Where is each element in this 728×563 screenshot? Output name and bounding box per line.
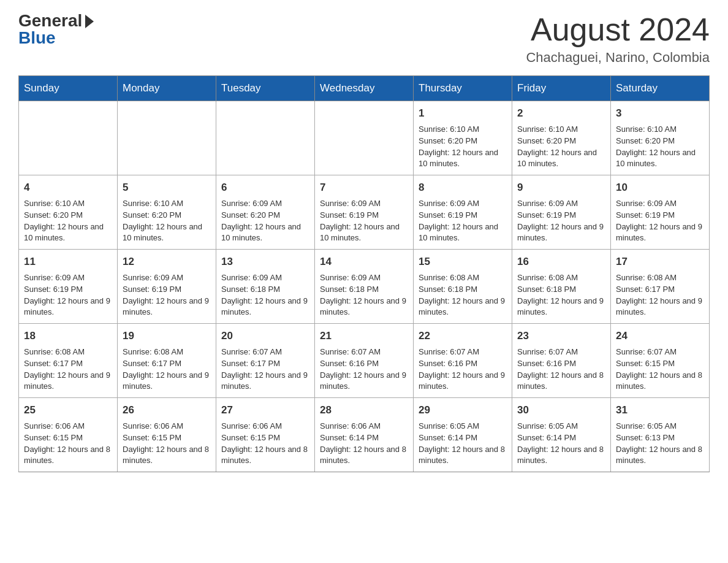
calendar-cell: 31Sunrise: 6:05 AM Sunset: 6:13 PM Dayli… <box>611 398 710 472</box>
day-number: 21 <box>320 329 408 344</box>
day-number: 3 <box>616 106 704 121</box>
logo: General Blue <box>18 12 94 47</box>
day-number: 17 <box>616 255 704 270</box>
day-info: Sunrise: 6:06 AM Sunset: 6:14 PM Dayligh… <box>320 421 408 467</box>
day-of-week-header: Tuesday <box>216 76 315 101</box>
day-number: 15 <box>419 255 507 270</box>
day-info: Sunrise: 6:09 AM Sunset: 6:18 PM Dayligh… <box>221 272 309 318</box>
day-info: Sunrise: 6:10 AM Sunset: 6:20 PM Dayligh… <box>24 198 112 244</box>
day-number: 1 <box>419 106 507 121</box>
calendar-week-row: 11Sunrise: 6:09 AM Sunset: 6:19 PM Dayli… <box>19 250 710 324</box>
day-info: Sunrise: 6:08 AM Sunset: 6:18 PM Dayligh… <box>419 272 507 318</box>
day-number: 29 <box>419 403 507 418</box>
day-info: Sunrise: 6:10 AM Sunset: 6:20 PM Dayligh… <box>123 198 211 244</box>
calendar-cell: 4Sunrise: 6:10 AM Sunset: 6:20 PM Daylig… <box>19 175 118 250</box>
day-info: Sunrise: 6:10 AM Sunset: 6:20 PM Dayligh… <box>616 124 704 170</box>
day-number: 30 <box>517 403 605 418</box>
calendar-cell: 27Sunrise: 6:06 AM Sunset: 6:15 PM Dayli… <box>216 398 315 472</box>
day-number: 24 <box>616 329 704 344</box>
day-of-week-header: Sunday <box>19 76 118 101</box>
day-number: 6 <box>221 180 309 196</box>
day-info: Sunrise: 6:07 AM Sunset: 6:17 PM Dayligh… <box>221 347 309 393</box>
day-info: Sunrise: 6:10 AM Sunset: 6:20 PM Dayligh… <box>419 124 507 170</box>
day-info: Sunrise: 6:09 AM Sunset: 6:19 PM Dayligh… <box>24 272 112 318</box>
day-info: Sunrise: 6:06 AM Sunset: 6:15 PM Dayligh… <box>221 421 309 467</box>
calendar-cell: 22Sunrise: 6:07 AM Sunset: 6:16 PM Dayli… <box>414 324 512 398</box>
day-info: Sunrise: 6:09 AM Sunset: 6:19 PM Dayligh… <box>616 198 704 244</box>
day-number: 27 <box>221 403 309 418</box>
calendar-cell: 29Sunrise: 6:05 AM Sunset: 6:14 PM Dayli… <box>414 398 512 472</box>
calendar-cell: 23Sunrise: 6:07 AM Sunset: 6:16 PM Dayli… <box>512 324 611 398</box>
day-info: Sunrise: 6:07 AM Sunset: 6:16 PM Dayligh… <box>517 347 605 393</box>
calendar-week-row: 18Sunrise: 6:08 AM Sunset: 6:17 PM Dayli… <box>19 324 710 398</box>
calendar-cell: 6Sunrise: 6:09 AM Sunset: 6:20 PM Daylig… <box>216 175 315 250</box>
calendar-cell: 30Sunrise: 6:05 AM Sunset: 6:14 PM Dayli… <box>512 398 611 472</box>
day-info: Sunrise: 6:09 AM Sunset: 6:19 PM Dayligh… <box>517 198 605 244</box>
logo-blue-text: Blue <box>18 29 56 47</box>
calendar-cell <box>315 101 414 175</box>
day-info: Sunrise: 6:09 AM Sunset: 6:19 PM Dayligh… <box>419 198 507 244</box>
calendar-cell: 24Sunrise: 6:07 AM Sunset: 6:15 PM Dayli… <box>611 324 710 398</box>
calendar-cell: 28Sunrise: 6:06 AM Sunset: 6:14 PM Dayli… <box>315 398 414 472</box>
day-number: 31 <box>616 403 704 418</box>
calendar-cell: 11Sunrise: 6:09 AM Sunset: 6:19 PM Dayli… <box>19 250 118 324</box>
calendar-cell: 20Sunrise: 6:07 AM Sunset: 6:17 PM Dayli… <box>216 324 315 398</box>
day-number: 20 <box>221 329 309 344</box>
calendar-week-row: 25Sunrise: 6:06 AM Sunset: 6:15 PM Dayli… <box>19 398 710 472</box>
day-info: Sunrise: 6:06 AM Sunset: 6:15 PM Dayligh… <box>123 421 211 467</box>
day-number: 2 <box>517 106 605 121</box>
calendar-cell: 10Sunrise: 6:09 AM Sunset: 6:19 PM Dayli… <box>611 175 710 250</box>
day-info: Sunrise: 6:07 AM Sunset: 6:16 PM Dayligh… <box>320 347 408 393</box>
day-number: 26 <box>123 403 211 418</box>
day-number: 8 <box>419 180 507 196</box>
day-number: 11 <box>24 255 112 270</box>
calendar-cell: 8Sunrise: 6:09 AM Sunset: 6:19 PM Daylig… <box>414 175 512 250</box>
calendar-cell: 25Sunrise: 6:06 AM Sunset: 6:15 PM Dayli… <box>19 398 118 472</box>
calendar-cell: 19Sunrise: 6:08 AM Sunset: 6:17 PM Dayli… <box>118 324 216 398</box>
calendar-cell: 18Sunrise: 6:08 AM Sunset: 6:17 PM Dayli… <box>19 324 118 398</box>
day-of-week-header: Thursday <box>414 76 512 101</box>
day-number: 14 <box>320 255 408 270</box>
calendar-cell: 5Sunrise: 6:10 AM Sunset: 6:20 PM Daylig… <box>118 175 216 250</box>
calendar-cell: 13Sunrise: 6:09 AM Sunset: 6:18 PM Dayli… <box>216 250 315 324</box>
day-info: Sunrise: 6:09 AM Sunset: 6:18 PM Dayligh… <box>320 272 408 318</box>
day-number: 16 <box>517 255 605 270</box>
day-number: 23 <box>517 329 605 344</box>
calendar-table: SundayMondayTuesdayWednesdayThursdayFrid… <box>18 75 710 472</box>
day-number: 7 <box>320 180 408 196</box>
day-info: Sunrise: 6:06 AM Sunset: 6:15 PM Dayligh… <box>24 421 112 467</box>
day-info: Sunrise: 6:08 AM Sunset: 6:18 PM Dayligh… <box>517 272 605 318</box>
calendar-cell: 15Sunrise: 6:08 AM Sunset: 6:18 PM Dayli… <box>414 250 512 324</box>
calendar-cell: 26Sunrise: 6:06 AM Sunset: 6:15 PM Dayli… <box>118 398 216 472</box>
day-number: 9 <box>517 180 605 196</box>
day-number: 12 <box>123 255 211 270</box>
calendar-cell: 2Sunrise: 6:10 AM Sunset: 6:20 PM Daylig… <box>512 101 611 175</box>
day-of-week-header: Wednesday <box>315 76 414 101</box>
day-number: 28 <box>320 403 408 418</box>
day-info: Sunrise: 6:09 AM Sunset: 6:19 PM Dayligh… <box>123 272 211 318</box>
calendar-cell: 16Sunrise: 6:08 AM Sunset: 6:18 PM Dayli… <box>512 250 611 324</box>
month-title: August 2024 <box>526 12 710 47</box>
title-area: August 2024 Chachaguei, Narino, Colombia <box>526 12 710 66</box>
day-number: 5 <box>123 180 211 196</box>
day-number: 19 <box>123 329 211 344</box>
day-info: Sunrise: 6:07 AM Sunset: 6:16 PM Dayligh… <box>419 347 507 393</box>
day-info: Sunrise: 6:05 AM Sunset: 6:14 PM Dayligh… <box>517 421 605 467</box>
calendar-cell: 9Sunrise: 6:09 AM Sunset: 6:19 PM Daylig… <box>512 175 611 250</box>
day-info: Sunrise: 6:08 AM Sunset: 6:17 PM Dayligh… <box>24 347 112 393</box>
calendar-cell <box>19 101 118 175</box>
day-number: 4 <box>24 180 112 196</box>
calendar-cell: 21Sunrise: 6:07 AM Sunset: 6:16 PM Dayli… <box>315 324 414 398</box>
day-number: 10 <box>616 180 704 196</box>
logo-general-text: General <box>18 12 82 29</box>
day-info: Sunrise: 6:08 AM Sunset: 6:17 PM Dayligh… <box>616 272 704 318</box>
calendar-cell: 3Sunrise: 6:10 AM Sunset: 6:20 PM Daylig… <box>611 101 710 175</box>
day-info: Sunrise: 6:05 AM Sunset: 6:13 PM Dayligh… <box>616 421 704 467</box>
calendar-header-row: SundayMondayTuesdayWednesdayThursdayFrid… <box>19 76 710 101</box>
day-info: Sunrise: 6:10 AM Sunset: 6:20 PM Dayligh… <box>517 124 605 170</box>
day-number: 22 <box>419 329 507 344</box>
day-of-week-header: Friday <box>512 76 611 101</box>
day-of-week-header: Monday <box>118 76 216 101</box>
day-number: 25 <box>24 403 112 418</box>
day-info: Sunrise: 6:05 AM Sunset: 6:14 PM Dayligh… <box>419 421 507 467</box>
